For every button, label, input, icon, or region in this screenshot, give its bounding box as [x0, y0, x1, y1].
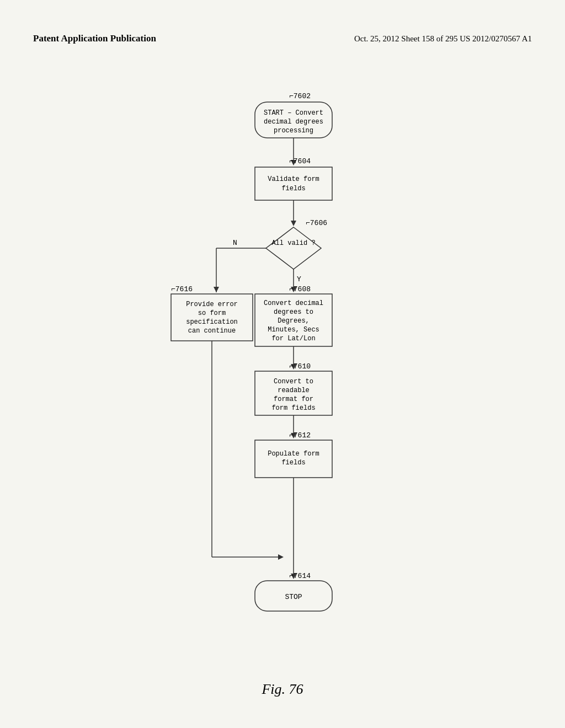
- node-7602-text: START – Convert: [264, 109, 323, 117]
- diagram-container: ⌐7602 START – Convert decimal degrees pr…: [0, 72, 565, 684]
- figure-caption: Fig. 76: [262, 681, 303, 698]
- node-7604-text: Validate form: [268, 175, 319, 183]
- arrowhead-7604-7606: [291, 221, 296, 226]
- node-7610-text4: form fields: [271, 404, 315, 412]
- node-7606-diamond: [266, 227, 321, 269]
- node-label-7610: ⌐7610: [289, 362, 311, 371]
- node-label-7602: ⌐7602: [289, 92, 311, 100]
- node-7608-text4: Minutes, Secs: [268, 326, 319, 334]
- node-7614-text: STOP: [285, 593, 302, 601]
- node-label-7606: ⌐7606: [306, 219, 327, 227]
- arrowhead-7616: [214, 287, 219, 292]
- node-7608-text1: Convert decimal: [264, 299, 323, 307]
- sheet-info: Oct. 25, 2012 Sheet 158 of 295 US 2012/0…: [354, 34, 532, 44]
- node-7604-text2: fields: [281, 185, 305, 192]
- node-label-7608: ⌐7608: [289, 285, 311, 293]
- node-7604-box: [255, 167, 332, 200]
- node-7610-text2: readable: [278, 387, 310, 394]
- node-label-7616: ⌐7616: [171, 285, 193, 293]
- node-7616-text3: specification: [186, 318, 238, 326]
- flowchart-svg: ⌐7602 START – Convert decimal degrees pr…: [111, 72, 454, 678]
- node-7608-text5: for Lat/Lon: [271, 335, 315, 342]
- node-7612-text2: fields: [281, 459, 305, 467]
- arrowhead-7616-join: [278, 554, 284, 560]
- node-7616-text1: Provide error: [186, 301, 238, 308]
- page: Patent Application Publication Oct. 25, …: [0, 0, 565, 728]
- header: Patent Application Publication Oct. 25, …: [0, 33, 565, 44]
- node-7602-text3: processing: [274, 127, 313, 135]
- node-label-7604: ⌐7604: [289, 157, 311, 165]
- y-label: Y: [297, 275, 301, 283]
- node-label-7614: ⌐7614: [289, 572, 311, 580]
- node-7608-text2: degrees to: [274, 308, 313, 316]
- n-label: N: [233, 239, 237, 247]
- node-7602-text2: decimal degrees: [264, 118, 323, 126]
- node-7610-text3: format for: [274, 395, 313, 403]
- node-7616-text4: can continue: [188, 327, 236, 335]
- node-7606-text: All valid ?: [271, 239, 315, 247]
- publication-title: Patent Application Publication: [33, 33, 156, 44]
- node-7612-text1: Populate form: [268, 450, 319, 458]
- node-7610-text1: Convert to: [274, 378, 313, 386]
- node-7616-text2: so form: [198, 309, 226, 317]
- node-7608-text3: Degrees,: [278, 317, 310, 325]
- node-label-7612: ⌐7612: [289, 431, 311, 440]
